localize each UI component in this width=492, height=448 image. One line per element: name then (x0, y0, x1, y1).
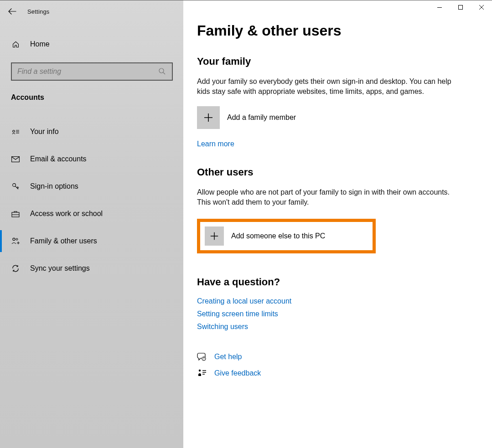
home-label: Home (30, 40, 50, 48)
other-users-description: Allow people who are not part of your fa… (197, 187, 452, 208)
add-other-label: Add someone else to this PC (231, 232, 325, 240)
help-link-create-local-user[interactable]: Creating a local user account (197, 297, 478, 305)
svg-point-2 (159, 68, 164, 73)
add-family-member-button[interactable]: Add a family member (197, 106, 478, 129)
arrow-left-icon (8, 8, 16, 15)
nav-signin-options[interactable]: Sign-in options (0, 173, 183, 200)
svg-point-5 (13, 184, 16, 187)
search-wrap (0, 55, 183, 82)
svg-point-11 (199, 369, 201, 371)
nav-label: Sync your settings (30, 264, 90, 273)
mail-icon (11, 154, 20, 164)
other-users-section: Other users Allow people who are not par… (197, 166, 478, 253)
plus-icon (205, 227, 224, 246)
feedback-icon (197, 368, 207, 378)
give-feedback-row[interactable]: Give feedback (197, 368, 478, 378)
have-a-question-section: Have a question? Creating a local user a… (197, 276, 478, 331)
main-panel: Family & other users Your family Add you… (183, 0, 492, 448)
home-icon (11, 41, 20, 48)
nav-label: Your info (30, 128, 59, 136)
svg-point-8 (16, 238, 18, 240)
sidebar: Settings Home Accounts Your info (0, 0, 183, 448)
nav-sync-settings[interactable]: Sync your settings (0, 255, 183, 282)
other-users-heading: Other users (197, 166, 478, 178)
chat-help-icon (197, 352, 207, 362)
your-family-section: Your family Add your family so everybody… (197, 56, 478, 148)
app-title: Settings (27, 8, 50, 15)
help-links: Creating a local user account Setting sc… (197, 297, 478, 331)
search-input[interactable] (17, 67, 158, 76)
svg-point-10 (203, 359, 204, 360)
nav-list: Your info Email & accounts Sign-in optio… (0, 118, 183, 282)
help-link-switching-users[interactable]: Switching users (197, 323, 478, 331)
plus-icon (197, 106, 220, 129)
learn-more-link[interactable]: Learn more (197, 140, 234, 148)
footer-links: Get help Give feedback (197, 352, 478, 394)
back-button[interactable] (7, 6, 17, 16)
add-family-label: Add a family member (227, 113, 296, 122)
user-card-icon (11, 127, 20, 136)
briefcase-icon (11, 209, 20, 218)
nav-access-work-school[interactable]: Access work or school (0, 200, 183, 227)
svg-point-7 (13, 238, 15, 240)
your-family-heading: Your family (197, 56, 478, 67)
sidebar-header: Settings (0, 1, 183, 21)
help-link-screen-time[interactable]: Setting screen time limits (197, 310, 478, 318)
nav-your-info[interactable]: Your info (0, 118, 183, 145)
svg-rect-0 (437, 7, 442, 8)
settings-window: Settings Home Accounts Your info (0, 0, 492, 448)
highlight-add-other-user: Add someone else to this PC (197, 219, 376, 253)
maximize-icon (458, 5, 463, 10)
have-a-question-heading: Have a question? (197, 276, 478, 288)
minimize-icon (437, 7, 442, 8)
close-icon (479, 5, 484, 10)
maximize-button[interactable] (450, 0, 471, 14)
give-feedback-link[interactable]: Give feedback (214, 369, 261, 377)
close-button[interactable] (471, 0, 492, 14)
svg-rect-1 (459, 5, 463, 10)
key-icon (11, 182, 20, 191)
nav-label: Family & other users (30, 237, 97, 245)
get-help-link[interactable]: Get help (214, 353, 242, 361)
search-icon (158, 67, 166, 76)
add-other-user-button[interactable]: Add someone else to this PC (205, 227, 367, 246)
sidebar-section-title: Accounts (0, 82, 183, 104)
nav-family-other-users[interactable]: Family & other users (0, 227, 183, 255)
titlebar-controls (429, 0, 492, 14)
home-button[interactable]: Home (0, 33, 183, 55)
search-box[interactable] (11, 62, 173, 81)
people-add-icon (11, 237, 20, 246)
nav-label: Access work or school (30, 210, 103, 218)
svg-point-3 (13, 130, 15, 132)
nav-label: Sign-in options (30, 182, 78, 191)
nav-label: Email & accounts (30, 155, 87, 163)
nav-email-accounts[interactable]: Email & accounts (0, 145, 183, 173)
page-title: Family & other users (197, 22, 478, 39)
minimize-button[interactable] (429, 0, 450, 14)
sync-icon (11, 264, 20, 273)
your-family-description: Add your family so everybody gets their … (197, 77, 452, 97)
get-help-row[interactable]: Get help (197, 352, 478, 362)
